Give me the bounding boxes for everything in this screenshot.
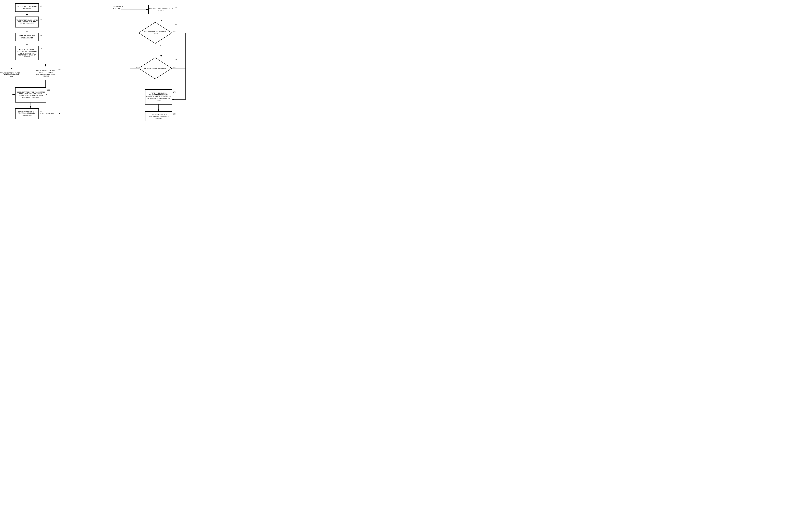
box-150: CHECK AUDIO STREAM PLAYER STATUS — [148, 5, 174, 14]
ref-120: 120 — [58, 68, 61, 70]
diamond-165-label: DID AUDIO STREAM COMPLETE? — [138, 57, 172, 79]
arrow-from-100: ⌐ — [40, 5, 41, 8]
ref-165: 165 — [175, 59, 177, 61]
diamond-165: DID AUDIO STREAM COMPLETE? — [138, 57, 172, 79]
ref-125: 125 — [0, 72, 2, 73]
no-label-160: NO — [160, 45, 162, 46]
box-120: CCP 90 PREPARES ACP 92 FOR RECORDING IN … — [34, 67, 57, 80]
ref-170: 170 — [173, 91, 176, 93]
ref-130: 130 — [47, 89, 50, 91]
box-130: SECOND STATE CHANGE TRANSMITTED FROM AUD… — [15, 87, 46, 103]
ref-102: 102 — [40, 18, 42, 20]
box-110: FIRST STATE CHANGE TRANSMITTED FROM AUDI… — [15, 46, 39, 60]
ref-180: 180 — [173, 113, 176, 115]
yes-label-160: YES — [172, 31, 175, 32]
box-140: CCP 90 STARTS ACP 92 IN RESPONSE TO SECO… — [15, 108, 39, 119]
box-180: CCP 90 STOPS ACP 92 IN RESPONSE TO THIRD… — [145, 111, 172, 121]
box-102: TRANSMIT CCP 90 AND ACP 92 FROM SERVER T… — [15, 17, 39, 27]
diamond-160-label: DID USER STOP AUDIO STREAM PLAYER? — [138, 22, 172, 44]
box-100: USER SELECTS AUDIO FILE ON SERVER — [15, 3, 39, 12]
ref-160: 160 — [175, 24, 177, 25]
box-105: USER STARTS AUDIO STREAM PLAYER — [15, 33, 39, 41]
diamond-160: DID USER STOP AUDIO STREAM PLAYER? — [138, 22, 172, 44]
box-170: THIRD STATE CHANGE TRANSMITTED FROM AUDI… — [145, 89, 172, 105]
note-to-fig1b: (TO FIG 1B. BOX 150) — [39, 113, 54, 114]
diagram-container: USER SELECTS AUDIO FILE ON SERVER 100 ⌐ … — [0, 0, 202, 138]
ref-150: 150 — [174, 6, 177, 8]
ref-110: 110 — [40, 48, 42, 50]
ref-105: 105 — [40, 35, 42, 37]
note-from-fig1a: (FROM FIG 1A,BOX 140) — [113, 5, 124, 9]
yes-label-165: YES — [172, 66, 175, 68]
box-125: AUDIO STREAM PLAYER BUFFERS STREAMED DAT… — [2, 70, 22, 80]
ref-140: 140 — [40, 110, 42, 112]
